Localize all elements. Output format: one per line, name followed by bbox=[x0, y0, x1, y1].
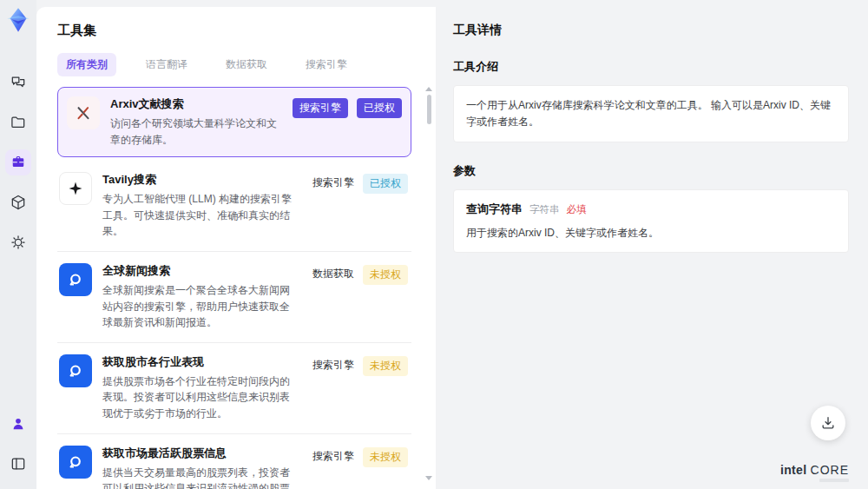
tool-desc: 专为人工智能代理 (LLM) 构建的搜索引擎工具。可快速提供实时、准确和真实的结… bbox=[102, 191, 297, 240]
settings-gear-icon[interactable] bbox=[5, 229, 31, 255]
tool-list: Arxiv文献搜索 访问各个研究领域大量科学论文和文章的存储库。 搜索引擎 已授… bbox=[57, 87, 420, 489]
tool-category-badge: 搜索引擎 bbox=[293, 98, 348, 118]
tool-card-arxiv[interactable]: Arxiv文献搜索 访问各个研究领域大量科学论文和文章的存储库。 搜索引擎 已授… bbox=[57, 87, 411, 157]
tool-detail-panel: 工具详情 工具介绍 一个用于从Arxiv存储库搜索科学论文和文章的工具。 输入可… bbox=[436, 0, 868, 489]
tool-card-tavily[interactable]: Tavily搜索 专为人工智能代理 (LLM) 构建的搜索引擎工具。可快速提供实… bbox=[57, 161, 411, 252]
page-title: 工具集 bbox=[57, 23, 420, 39]
chat-icon[interactable] bbox=[5, 69, 31, 96]
layout-panel-icon[interactable] bbox=[5, 451, 31, 477]
tool-status-badge: 已授权 bbox=[357, 98, 402, 118]
tool-desc: 访问各个研究领域大量科学论文和文章的存储库。 bbox=[110, 116, 277, 148]
tool-category-label: 搜索引擎 bbox=[312, 356, 354, 373]
tool-desc: 提供股票市场各个行业在特定时间段内的表现。投资者可以利用这些信息来识别表现优于或… bbox=[102, 373, 297, 422]
tool-title: 获取市场最活跃股票信息 bbox=[102, 446, 297, 461]
app-window: 工具集 所有类别 语言翻译 数据获取 搜索引擎 Arxiv文献搜索 访问各个研究… bbox=[0, 0, 868, 489]
param-box: 查询字符串 字符串 必填 用于搜索的Arxiv ID、关键字或作者姓名。 bbox=[453, 189, 849, 253]
tool-status-badge: 未授权 bbox=[363, 356, 408, 376]
tool-desc: 提供当天交易量最高的股票列表，投资者可以利用这些信息来识别流动性强的股票和潜在的… bbox=[102, 465, 297, 489]
tool-card-global-news[interactable]: 全球新闻搜索 全球新闻搜索是一个聚合全球各大新闻网站内容的搜索引擎，帮助用户快速… bbox=[57, 252, 411, 343]
scrollbar-thumb[interactable] bbox=[427, 95, 431, 124]
category-tabs: 所有类别 语言翻译 数据获取 搜索引擎 bbox=[57, 53, 420, 76]
intel-core-logo-underline bbox=[819, 479, 849, 482]
params-heading: 参数 bbox=[453, 163, 849, 179]
arxiv-logo-icon bbox=[67, 96, 100, 129]
account-user-icon[interactable] bbox=[5, 411, 31, 437]
tool-title: 获取股市各行业表现 bbox=[102, 354, 297, 370]
tab-language-translation[interactable]: 语言翻译 bbox=[137, 53, 196, 76]
download-icon bbox=[819, 414, 837, 432]
tab-search-engine[interactable]: 搜索引擎 bbox=[297, 53, 356, 76]
news-search-icon bbox=[59, 263, 92, 296]
tool-card-most-active-stocks[interactable]: 获取市场最活跃股票信息 提供当天交易量最高的股票列表，投资者可以利用这些信息来识… bbox=[57, 434, 411, 489]
intro-heading: 工具介绍 bbox=[453, 59, 849, 75]
icon-rail bbox=[0, 0, 36, 489]
tool-category-label: 数据获取 bbox=[312, 265, 354, 281]
param-type: 字符串 bbox=[529, 203, 560, 216]
param-required-flag: 必填 bbox=[567, 203, 587, 216]
intro-box: 一个用于从Arxiv存储库搜索科学论文和文章的工具。 输入可以是Arxiv ID… bbox=[453, 85, 849, 142]
param-name: 查询字符串 bbox=[466, 202, 523, 217]
tavily-star-icon bbox=[59, 172, 92, 205]
scrollbar[interactable] bbox=[425, 87, 432, 480]
param-desc: 用于搜索的Arxiv ID、关键字或作者姓名。 bbox=[466, 225, 836, 241]
intro-text: 一个用于从Arxiv存储库搜索科学论文和文章的工具。 输入可以是Arxiv ID… bbox=[466, 97, 836, 130]
tool-status-badge: 未授权 bbox=[363, 447, 408, 467]
news-search-icon bbox=[59, 354, 92, 387]
folder-icon[interactable] bbox=[5, 109, 31, 135]
intel-core-logo: intel CORE bbox=[780, 463, 849, 477]
cube-icon[interactable] bbox=[5, 189, 31, 215]
scroll-down-icon[interactable] bbox=[425, 476, 432, 480]
tool-status-badge: 未授权 bbox=[363, 265, 408, 285]
tool-list-panel: 工具集 所有类别 语言翻译 数据获取 搜索引擎 Arxiv文献搜索 访问各个研究… bbox=[36, 7, 436, 489]
tool-card-sector-performance[interactable]: 获取股市各行业表现 提供股票市场各个行业在特定时间段内的表现。投资者可以利用这些… bbox=[57, 343, 411, 434]
scroll-up-icon[interactable] bbox=[425, 87, 432, 91]
tool-category-label: 搜索引擎 bbox=[312, 447, 354, 464]
toolbox-icon-active[interactable] bbox=[5, 149, 31, 175]
tool-desc: 全球新闻搜索是一个聚合全球各大新闻网站内容的搜索引擎，帮助用户快速获取全球最新资… bbox=[102, 282, 297, 331]
tool-status-badge: 已授权 bbox=[363, 174, 408, 194]
download-button[interactable] bbox=[811, 406, 845, 440]
tool-title: Arxiv文献搜索 bbox=[110, 96, 277, 112]
tool-category-label: 搜索引擎 bbox=[312, 174, 354, 190]
tool-title: 全球新闻搜索 bbox=[102, 263, 297, 279]
tab-data-fetch[interactable]: 数据获取 bbox=[217, 53, 276, 76]
detail-title: 工具详情 bbox=[453, 23, 849, 38]
app-logo-icon bbox=[5, 7, 31, 33]
tab-all-categories[interactable]: 所有类别 bbox=[57, 53, 116, 76]
news-search-icon bbox=[59, 446, 92, 479]
tool-title: Tavily搜索 bbox=[102, 172, 297, 188]
